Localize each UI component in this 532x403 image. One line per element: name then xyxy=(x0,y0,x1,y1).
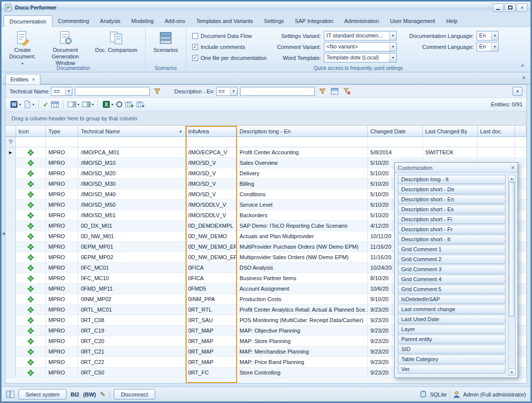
customization-item-description-short-es[interactable]: Description short - Es xyxy=(398,205,506,214)
filter-cell-changed-date[interactable] xyxy=(368,137,423,147)
menu-tab-modeling[interactable]: Modeling xyxy=(126,15,159,26)
column-header-last-doc[interactable]: Last doc. xyxy=(478,126,515,137)
table-open-button[interactable] xyxy=(136,100,145,109)
customization-close-icon[interactable]: × xyxy=(511,165,515,171)
advanced-filter-button[interactable] xyxy=(330,86,340,96)
preview-button[interactable] xyxy=(115,100,123,109)
group-by-panel[interactable]: Drag a column header here to group by th… xyxy=(5,111,527,126)
customization-item-ver[interactable]: Ver. xyxy=(398,365,506,374)
filter-expander-button[interactable]: ▾ xyxy=(513,87,523,96)
validate-button[interactable]: ✓ xyxy=(42,100,49,109)
customization-item-isdeletedinsap[interactable]: IsDeletedInSAP xyxy=(398,295,506,304)
select-system-button[interactable]: Select system xyxy=(18,389,66,400)
customization-item-description-short-it[interactable]: Description short - It xyxy=(398,235,506,244)
combo-comment-language[interactable]: En▾ xyxy=(477,42,499,51)
scroll-up-icon[interactable]: ▲ xyxy=(509,175,515,182)
customization-item-description-short-de[interactable]: Description short - De xyxy=(398,185,506,194)
maximize-button[interactable] xyxy=(505,3,516,12)
menu-tab-administration[interactable]: Administration xyxy=(339,15,385,26)
menu-tab-analysis[interactable]: Analysis xyxy=(94,15,126,26)
ribbon-collapse-button[interactable]: ^ xyxy=(519,63,527,70)
clear-filter-button[interactable] xyxy=(342,86,352,96)
scrollbar-track[interactable] xyxy=(509,182,515,369)
customization-item-description-long-it[interactable]: Description long - It xyxy=(398,175,506,184)
filter-cell-infoarea[interactable] xyxy=(186,137,237,147)
dropdown-arrow-icon[interactable]: ▾ xyxy=(389,53,396,62)
column-header-last-changed-by[interactable]: Last Changed By xyxy=(423,126,478,137)
customization-item-description-short-fi[interactable]: Description short - Fi xyxy=(398,215,506,224)
splitter-collapse-icon[interactable]: ◀ xyxy=(1,227,5,239)
menu-tab-documentation[interactable]: Documentation xyxy=(3,15,52,27)
document-export-button[interactable]: ▾ xyxy=(23,99,35,109)
doc-comparison-button[interactable]: Doc. Comparison xyxy=(91,29,141,53)
menu-tab-user-management[interactable]: User Management xyxy=(384,15,441,26)
minimize-button[interactable] xyxy=(493,3,504,12)
combo-word-template[interactable]: Template.dotx (Local)▾ xyxy=(324,53,397,62)
customization-item-grid-comment-5[interactable]: Grid Comment 5 xyxy=(398,285,506,294)
table-add-button[interactable] xyxy=(125,100,134,109)
combo-comment-variant[interactable]: <No variant>▾ xyxy=(324,42,397,51)
customization-item-grid-comment-4[interactable]: Grid Comment 4 xyxy=(398,275,506,284)
column-header-infoarea[interactable]: InfoArea xyxy=(186,126,237,137)
operator-combo-technical-name[interactable]: ==▾ xyxy=(51,87,72,96)
dropdown-arrow-icon[interactable]: ▾ xyxy=(491,42,498,51)
scroll-down-icon[interactable]: ▼ xyxy=(509,369,515,375)
tab-close-icon[interactable]: × xyxy=(32,77,35,82)
filter-cell-description-long-en[interactable] xyxy=(237,137,368,147)
column-header-description-long-en[interactable]: Description long - En xyxy=(237,126,368,137)
customization-item-parent-entity[interactable]: Parent entity xyxy=(398,335,506,344)
customization-item-last-used-date[interactable]: Last Used Date xyxy=(398,315,506,324)
tab-entities[interactable]: Entities × xyxy=(5,74,40,84)
menu-tab-add-ons[interactable]: Add-ons xyxy=(159,15,191,26)
customization-item-grid-comment-3[interactable]: Grid Comment 3 xyxy=(398,265,506,274)
technical-name-filter-input[interactable] xyxy=(75,87,150,96)
description-filter-input[interactable] xyxy=(240,87,315,96)
document-generation-window-button[interactable]: Document Generation Window xyxy=(39,29,91,67)
customization-item-last-comment-change[interactable]: Last comment change xyxy=(398,305,506,314)
column-header-technical-name[interactable]: Technical Name▲ xyxy=(78,126,186,137)
operator-combo-description[interactable]: ==▾ xyxy=(216,87,238,96)
dropdown-arrow-icon[interactable]: ▾ xyxy=(230,87,237,95)
combo-documentation-language[interactable]: En▾ xyxy=(477,31,499,40)
dropdown-arrow-icon[interactable]: ▾ xyxy=(389,31,396,40)
filter-cell-type[interactable] xyxy=(46,137,78,147)
customization-item-description-short-fr[interactable]: Description short - Fr xyxy=(398,225,506,234)
menu-tab-commenting[interactable]: Commenting xyxy=(52,15,94,26)
filter-cell-technical-name[interactable] xyxy=(78,137,186,147)
checkbox-document-data-flow[interactable]: Document Data Flow xyxy=(192,30,266,41)
filter-cell-icon[interactable] xyxy=(16,137,46,147)
menu-tab-templates-and-variants[interactable]: Templates and Variants xyxy=(191,15,259,26)
edit-system-icon[interactable]: ✎ xyxy=(100,391,105,398)
create-document-button[interactable]: Create Document. ▾ xyxy=(5,29,39,67)
column-header-icon[interactable]: Icon xyxy=(16,126,46,137)
close-button[interactable]: × xyxy=(517,3,528,12)
menu-tab-settings[interactable]: Settings xyxy=(259,15,289,26)
customization-item-layer[interactable]: Layer xyxy=(398,325,506,334)
customization-item-grid-comment-2[interactable]: Grid Comment 2 xyxy=(398,255,506,264)
menu-tab-sap-integration[interactable]: SAP Integration xyxy=(289,15,339,26)
column-header-type[interactable]: Type xyxy=(46,126,78,137)
scenarios-button[interactable]: Scenarios xyxy=(150,29,182,53)
customization-item-description-short-en[interactable]: Description short - En xyxy=(398,195,506,204)
layout-variant-button[interactable]: ▾ xyxy=(81,100,94,109)
disconnect-button[interactable]: Disconnect xyxy=(114,389,155,400)
customization-item-sid[interactable]: SID xyxy=(398,345,506,354)
scrollbar-thumb[interactable] xyxy=(509,182,515,317)
tabstrip-close-button[interactable]: × xyxy=(522,75,526,81)
word-export-button[interactable]: W▾ xyxy=(9,99,21,109)
filter-cell-last-doc[interactable] xyxy=(478,137,515,147)
dropdown-arrow-icon[interactable]: ▾ xyxy=(389,42,396,51)
excel-export-button[interactable]: X▾ xyxy=(102,99,114,109)
filter-variant-button[interactable]: ▾ xyxy=(67,100,80,109)
apply-filter-technical-name-button[interactable] xyxy=(152,86,162,96)
dropdown-arrow-icon[interactable]: ▾ xyxy=(491,31,498,40)
dropdown-arrow-icon[interactable]: ▾ xyxy=(65,87,72,95)
customization-item-grid-comment-1[interactable]: Grid Comment 1 xyxy=(398,245,506,254)
checkbox-one-file-per-documentation[interactable]: ✓One file per documentation xyxy=(192,52,266,63)
column-chooser-button[interactable] xyxy=(50,100,59,109)
customization-scrollbar[interactable]: ▲ ▼ xyxy=(508,175,516,376)
combo-settings-variant[interactable]: IT standard documen...▾ xyxy=(324,31,397,40)
apply-filter-description-button[interactable] xyxy=(317,86,327,96)
filter-cell-last-changed-by[interactable] xyxy=(423,137,478,147)
column-header-changed-date[interactable]: Changed Date xyxy=(368,126,423,137)
